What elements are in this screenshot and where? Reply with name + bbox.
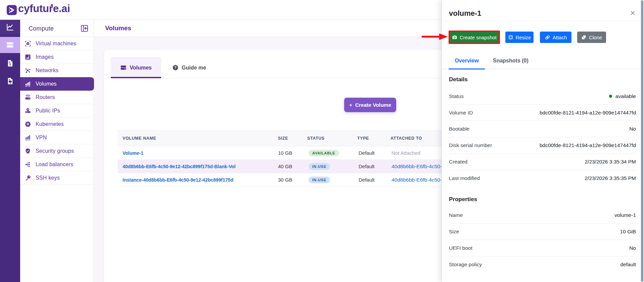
svg-text:$: $ — [9, 63, 11, 66]
svg-text:?: ? — [174, 65, 177, 69]
